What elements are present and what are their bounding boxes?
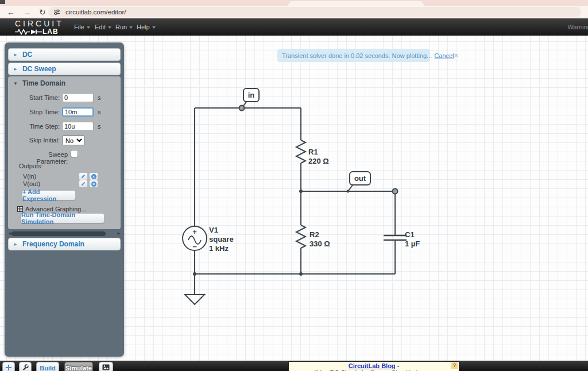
remove-x-icon: × xyxy=(91,181,96,187)
ad-dash: - xyxy=(396,362,400,369)
outputs-label: Outputs: xyxy=(19,163,43,169)
component-v1-voltage-source[interactable]: + − V1 square 1 kHz xyxy=(183,226,234,253)
edit-expression-button[interactable] xyxy=(79,172,88,180)
node-out-text: out xyxy=(354,174,366,183)
active-tab[interactable] xyxy=(288,1,424,6)
image-icon xyxy=(102,364,110,370)
start-time-input[interactable] xyxy=(62,93,94,102)
scrollbar-thumb[interactable] xyxy=(11,231,106,236)
time-domain-header[interactable]: ▼ Time Domain xyxy=(8,79,65,88)
dropdown-caret-icon xyxy=(87,26,90,29)
time-step-input[interactable] xyxy=(62,122,94,131)
node-label-out[interactable]: out xyxy=(348,172,398,194)
ad-info-badge[interactable]: ? xyxy=(451,362,458,369)
panel-dc[interactable]: ► DC xyxy=(8,48,121,61)
panel-frequency-domain[interactable]: ► Frequency Domain xyxy=(8,238,121,250)
export-image-button[interactable] xyxy=(99,362,113,371)
wire-tool-button[interactable] xyxy=(19,362,32,371)
wrench-icon xyxy=(22,364,29,371)
source-minus-sign: − xyxy=(192,242,197,251)
warning-label: Warning: xyxy=(567,18,588,36)
circuitlab-logo[interactable]: CIRCUIT LAB xyxy=(15,20,68,36)
menu-run[interactable]: Run xyxy=(115,18,133,36)
skip-initial-select[interactable]: No xyxy=(63,136,84,145)
r2-value-label: 330 Ω xyxy=(310,239,330,248)
logo-text-lab: LAB xyxy=(42,28,59,36)
simulate-mode-button[interactable]: Simulate xyxy=(64,362,93,371)
dropdown-caret-icon xyxy=(129,26,133,29)
collapsed-arrow-icon: ► xyxy=(13,242,18,247)
stop-time-unit: s xyxy=(98,109,101,115)
add-expression-button[interactable]: + Add Expression xyxy=(22,190,76,200)
output-name: V(in) xyxy=(23,173,36,180)
dropdown-caret-icon xyxy=(152,26,156,29)
output-name: V(out) xyxy=(23,180,40,187)
logo-text-circuit: CIRCUIT xyxy=(15,20,68,28)
node-label-in[interactable]: in xyxy=(239,88,260,111)
start-time-label: Start Time: xyxy=(16,94,60,101)
node-in-text: in xyxy=(248,91,255,99)
v1-freq-label: 1 kHz xyxy=(209,244,229,253)
scroll-right-icon[interactable]: ► xyxy=(117,231,121,237)
menu-help[interactable]: Help xyxy=(137,18,156,36)
component-c1-capacitor[interactable]: C1 1 µF xyxy=(384,230,420,248)
collapsed-arrow-icon: ► xyxy=(13,67,18,72)
r1-name-label: R1 xyxy=(308,148,318,156)
window-corner xyxy=(0,0,5,4)
app-window: ← → ↻ circuitlab.com/editor/ CIRCUIT xyxy=(0,0,588,371)
remove-expression-button[interactable]: × xyxy=(89,172,98,180)
r1-value-label: 220 Ω xyxy=(308,157,329,165)
pencil-icon xyxy=(80,181,86,187)
forward-icon[interactable]: → xyxy=(23,7,31,17)
move-cross-icon xyxy=(5,364,12,371)
browser-toolbar: ← → ↻ circuitlab.com/editor/ xyxy=(0,6,588,18)
close-icon[interactable]: × xyxy=(454,52,459,59)
v1-type-label: square xyxy=(209,235,234,244)
ad-blog-link[interactable]: CircuitLab Blog xyxy=(349,362,396,369)
back-icon[interactable]: ← xyxy=(7,7,15,17)
r2-name-label: R2 xyxy=(310,230,319,239)
component-r2-resistor[interactable]: R2 330 Ω xyxy=(296,225,330,248)
remove-expression-button[interactable]: × xyxy=(89,180,98,188)
remove-x-icon: × xyxy=(91,174,96,179)
v1-name-label: V1 xyxy=(209,226,218,234)
notification-message: Transient solver done in 0.02 seconds. N… xyxy=(282,52,432,59)
c1-value-label: 1 µF xyxy=(405,239,420,248)
collapsed-arrow-icon: ► xyxy=(13,52,18,57)
expanded-arrow-icon: ▼ xyxy=(13,81,18,86)
start-time-unit: s xyxy=(98,94,101,101)
time-step-unit: s xyxy=(98,123,101,130)
solver-notification: Transient solver done in 0.02 seconds. N… xyxy=(277,49,430,62)
site-settings-icon[interactable] xyxy=(53,9,60,16)
resistor-diode-icon xyxy=(15,29,42,35)
output-row-vin: V(in) × xyxy=(8,172,121,180)
stop-time-input[interactable] xyxy=(62,107,94,117)
component-ground[interactable] xyxy=(185,274,204,304)
cancel-link[interactable]: Cancel xyxy=(434,52,454,59)
pencil-icon xyxy=(80,173,86,179)
browser-tab-strip xyxy=(0,0,588,6)
run-time-domain-simulation-button[interactable]: Run Time-Domain Simulation xyxy=(21,213,105,223)
sweep-parameter-checkbox[interactable] xyxy=(71,150,78,157)
url-text[interactable]: circuitlab.com/editor/ xyxy=(65,9,126,16)
stop-time-label: Stop Time: xyxy=(16,109,60,115)
output-row-vout: V(out) × xyxy=(8,180,121,188)
pan-tool-button[interactable] xyxy=(2,362,15,371)
skip-initial-label: Skip Initial: xyxy=(16,137,60,144)
panel-dc-sweep[interactable]: ► DC Sweep xyxy=(8,63,121,75)
menu-file[interactable]: File xyxy=(74,18,90,36)
component-r1-resistor[interactable]: R1 220 Ω xyxy=(296,140,329,165)
dropdown-caret-icon xyxy=(108,26,111,29)
build-mode-button[interactable]: Build xyxy=(36,362,59,371)
ad-banner[interactable]: CircuitLab Blog - "Live DC Simulation!" … xyxy=(288,361,459,371)
source-plus-sign: + xyxy=(192,227,197,236)
panel-time-domain: ▼ Time Domain Start Time: s Stop Time: s… xyxy=(8,76,121,229)
simulation-sidebar: ► DC ► DC Sweep ▼ Time Domain Start Time… xyxy=(5,42,124,357)
time-step-label: Time Step: xyxy=(16,123,60,130)
reload-icon[interactable]: ↻ xyxy=(39,7,46,17)
menu-edit[interactable]: Edit xyxy=(95,18,111,36)
url-bar[interactable]: circuitlab.com/editor/ xyxy=(48,7,581,17)
c1-name-label: C1 xyxy=(405,230,415,239)
edit-expression-button[interactable] xyxy=(79,180,88,188)
sidebar-horizontal-scrollbar[interactable]: ◄ ► xyxy=(5,231,124,237)
